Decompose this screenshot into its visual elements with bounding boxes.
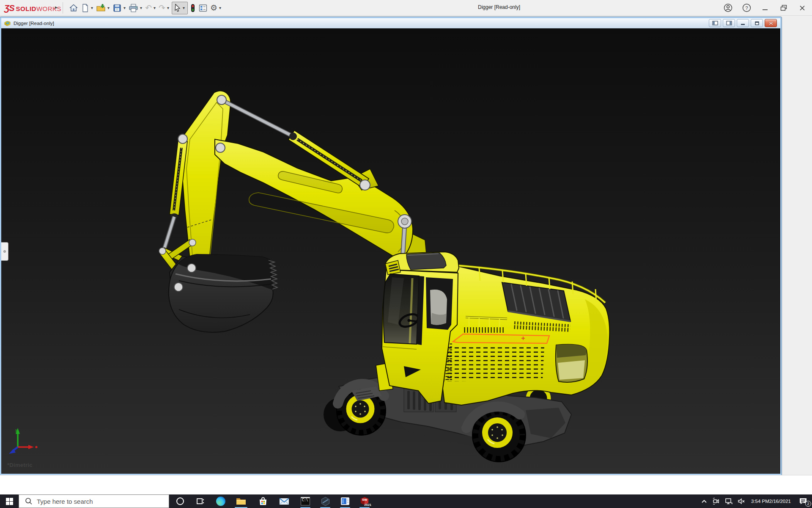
doc-minimize-button[interactable] (737, 19, 749, 27)
select-tool-dropdown[interactable]: ▾ (182, 6, 187, 10)
pane-right-icon (726, 21, 732, 25)
pane-left-button[interactable] (709, 19, 721, 27)
open-dropdown[interactable]: ▾ (107, 6, 111, 10)
account-icon (724, 3, 732, 12)
app-window-title: Digger [Read-only] (448, 4, 550, 10)
taskbar-blue-app[interactable] (336, 494, 354, 508)
doc-close-button[interactable] (765, 19, 777, 27)
taskbar-mail[interactable] (275, 494, 294, 508)
pane-left-icon (712, 21, 718, 25)
solidworks-2021-icon: SW 2021 (359, 496, 370, 506)
taskbar-task-view[interactable] (191, 494, 210, 508)
solidworks-logo: ƷSSOLIDWORKS (4, 3, 61, 13)
side-grille (444, 345, 544, 381)
meet-now-button[interactable] (710, 494, 722, 508)
document-window-buttons (709, 19, 777, 27)
status-bar (0, 475, 812, 494)
selected-face-highlight[interactable] (453, 334, 549, 343)
stick-arm[interactable] (179, 91, 230, 281)
volume-muted-icon (738, 498, 745, 505)
graphics-viewport[interactable]: y *Dimetric (1, 28, 780, 474)
app-titlebar: ƷSSOLIDWORKS ▸ ▾ ▾ ▾ ▾ ↶ ▾ (0, 0, 812, 16)
taskbar-terminal[interactable]: C:\ (296, 494, 315, 508)
new-document-icon (81, 3, 89, 13)
open-icon (96, 3, 106, 13)
view-orientation-label: *Dimetric (7, 462, 33, 468)
select-tool-button[interactable]: ▾ (172, 2, 188, 14)
taskbar-clock[interactable]: 3:54 PM 2/16/2021 (748, 494, 794, 508)
close-button[interactable] (796, 2, 809, 14)
document-window: Digger [Read-only] (0, 17, 782, 475)
orientation-triad[interactable]: y (9, 428, 38, 454)
part-document-icon (4, 20, 11, 27)
display-pane-button[interactable] (197, 2, 209, 14)
rear-opening (556, 345, 587, 383)
menu-expand-arrow[interactable]: ▸ (55, 4, 58, 10)
redo-dropdown[interactable]: ▾ (167, 6, 171, 10)
print-button[interactable] (127, 2, 140, 14)
help-icon: ? (742, 3, 751, 12)
taskbar-3d-viewer[interactable] (316, 494, 335, 508)
windows-taskbar: C:\ SW 2021 (0, 494, 812, 508)
taskbar-store[interactable] (254, 494, 272, 508)
taskbar-search[interactable] (19, 494, 169, 508)
undo-dropdown[interactable]: ▾ (153, 6, 157, 10)
help-button[interactable]: ? (740, 2, 753, 14)
action-center-button[interactable]: 2 (794, 494, 812, 508)
open-button[interactable] (95, 2, 107, 14)
save-dropdown[interactable]: ▾ (123, 6, 127, 10)
taskbar-file-explorer[interactable] (232, 494, 250, 508)
cortana-icon (176, 497, 184, 505)
feature-manager-collapsed-tab[interactable] (1, 242, 8, 261)
pane-right-button[interactable] (723, 19, 735, 27)
restore-icon (780, 5, 787, 11)
solidworks-app: ƷSSOLIDWORKS ▸ ▾ ▾ ▾ ▾ ↶ ▾ (0, 0, 812, 508)
taskbar-edge[interactable] (211, 494, 230, 508)
new-document-button[interactable] (80, 2, 91, 14)
start-button[interactable] (0, 494, 19, 508)
store-icon (259, 497, 267, 506)
snapshot-button[interactable] (189, 2, 197, 14)
doc-restore-icon (754, 21, 760, 25)
deck-vent-left (462, 327, 505, 333)
new-document-dropdown[interactable]: ▾ (91, 6, 95, 10)
svg-text:SW: SW (362, 498, 368, 502)
notification-badge: 2 (805, 501, 811, 507)
save-icon (112, 3, 122, 13)
terminal-icon: C:\ (301, 497, 310, 505)
options-dropdown[interactable]: ▾ (219, 6, 223, 10)
edge-icon (216, 497, 225, 506)
doc-minimize-icon (741, 21, 746, 25)
minimize-button[interactable] (759, 2, 771, 14)
file-explorer-icon (236, 497, 246, 506)
snapshot-traffic-light-icon (190, 3, 196, 13)
hidden-icons-chevron[interactable] (699, 494, 710, 508)
home-button[interactable] (68, 2, 80, 14)
undo-button[interactable]: ↶ (144, 2, 153, 14)
doc-restore-button[interactable] (751, 19, 763, 27)
excavator-model-canvas[interactable]: y (1, 28, 780, 474)
search-input[interactable] (37, 498, 155, 505)
windows-logo-icon (6, 498, 13, 505)
save-button[interactable] (111, 2, 123, 14)
restore-button[interactable] (777, 2, 790, 14)
boom-arm[interactable] (215, 139, 413, 259)
account-button[interactable] (721, 2, 734, 14)
document-titlebar[interactable]: Digger [Read-only] (1, 18, 780, 28)
task-view-icon (196, 497, 205, 505)
viewer-3d-hexagon-icon (321, 497, 330, 506)
taskbar-cortana[interactable] (171, 494, 189, 508)
tray-time: 3:54 PM (751, 499, 769, 504)
taskbar-solidworks[interactable]: SW 2021 (355, 494, 374, 508)
bucket[interactable] (169, 254, 277, 332)
close-icon (799, 5, 805, 11)
print-dropdown[interactable]: ▾ (140, 6, 144, 10)
tray-date: 2/16/2021 (769, 499, 791, 504)
volume-muted-button[interactable] (735, 494, 748, 508)
network-button[interactable] (722, 494, 735, 508)
options-button[interactable]: ⚙ (209, 2, 219, 14)
redo-button[interactable]: ↷ (157, 2, 167, 14)
select-cursor-icon (173, 3, 182, 13)
redo-icon: ↷ (159, 4, 165, 12)
chevron-up-icon (701, 499, 707, 503)
